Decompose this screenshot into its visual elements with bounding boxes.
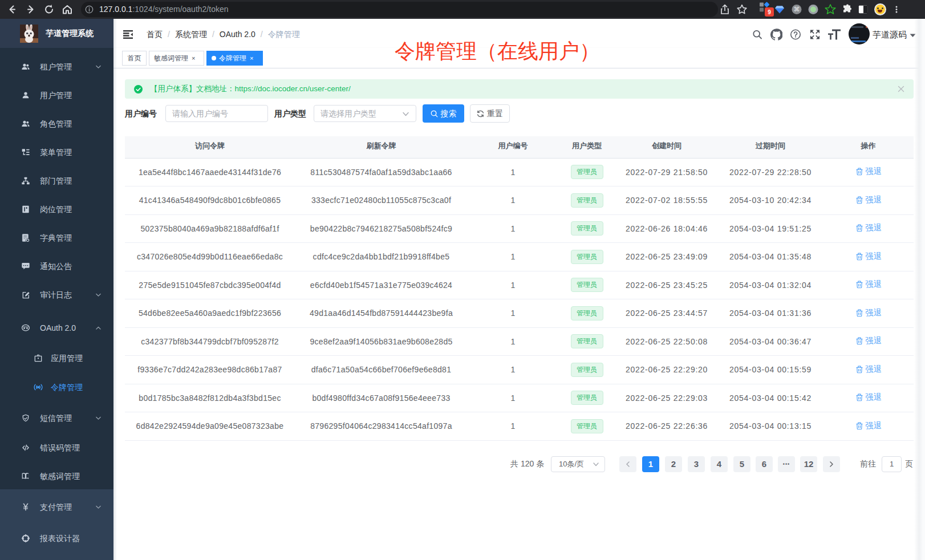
svg-text:⌘: ⌘ — [794, 6, 800, 13]
